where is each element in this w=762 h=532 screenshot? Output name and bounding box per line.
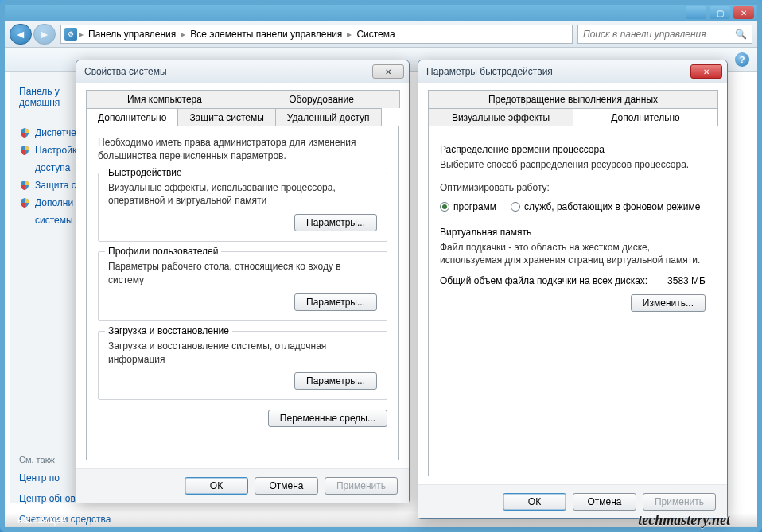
nav-back-button[interactable]: ◄ xyxy=(10,24,32,45)
nav-forward-button[interactable]: ► xyxy=(33,24,56,45)
sysprops-tab-content: Необходимо иметь права администратора дл… xyxy=(86,126,399,460)
tab-perf-advanced[interactable]: Дополнительно xyxy=(573,108,718,126)
chevron-right-icon: ▸ xyxy=(347,29,352,40)
optimize-radios: программ служб, работающих в фоновом реж… xyxy=(440,201,706,212)
vm-text: Файл подкачки - это область на жестком д… xyxy=(440,241,706,268)
scheduling-section: Распределение времени процессора Выберит… xyxy=(440,144,706,212)
tab-protection[interactable]: Защита системы xyxy=(177,108,275,126)
radio-programs[interactable]: программ xyxy=(440,201,496,212)
performance-group: Быстродействие Визуальные эффекты, испол… xyxy=(98,173,387,243)
radio-services[interactable]: служб, работающих в фоновом режиме xyxy=(511,201,700,212)
window-titlebar: — ▢ ✕ xyxy=(5,5,757,21)
perfopts-apply-button[interactable]: Применить xyxy=(643,493,716,511)
minimize-button[interactable]: — xyxy=(686,6,706,19)
sysprops-buttons: ОК Отмена Применить xyxy=(76,468,409,503)
help-icon[interactable]: ? xyxy=(735,52,749,67)
sysprops-ok-button[interactable]: ОК xyxy=(185,477,248,495)
perfopts-close-button[interactable]: ✕ xyxy=(690,64,722,79)
perfopts-cancel-button[interactable]: Отмена xyxy=(573,493,636,511)
scheduling-text: Выберите способ распределения ресурсов п… xyxy=(440,158,706,172)
sysprops-titlebar[interactable]: Свойства системы ✕ xyxy=(76,60,409,83)
perfopts-tab-content: Распределение времени процессора Выберит… xyxy=(428,126,717,476)
env-vars-button[interactable]: Переменные среды... xyxy=(268,410,387,427)
vm-total-row: Общий объем файла подкачки на всех диска… xyxy=(440,275,706,286)
search-icon: 🔍 xyxy=(735,29,747,40)
sysprops-cancel-button[interactable]: Отмена xyxy=(255,477,318,495)
shield-icon xyxy=(19,180,30,191)
tab-visual-effects[interactable]: Визуальные эффекты xyxy=(428,108,573,126)
system-properties-dialog: Свойства системы ✕ Имя компьютера Оборуд… xyxy=(76,60,410,503)
shield-icon xyxy=(19,197,30,208)
startup-settings-button[interactable]: Параметры... xyxy=(294,372,377,390)
startup-group: Загрузка и восстановление Загрузка и вос… xyxy=(98,331,387,401)
breadcrumb-seg-1[interactable]: Панель управления xyxy=(85,29,179,40)
perfopts-titlebar[interactable]: Параметры быстродействия ✕ xyxy=(418,60,727,83)
perfopts-ok-button[interactable]: ОК xyxy=(503,493,566,511)
performance-options-dialog: Параметры быстродействия ✕ Предотвращени… xyxy=(418,60,728,519)
radio-icon xyxy=(511,202,520,212)
performance-settings-button[interactable]: Параметры... xyxy=(294,214,377,231)
shield-icon xyxy=(19,145,30,156)
profiles-text: Параметры рабочего стола, относящиеся ко… xyxy=(108,260,377,287)
sysprops-apply-button[interactable]: Применить xyxy=(325,477,398,495)
profiles-title: Профили пользователей xyxy=(105,246,221,257)
sysprops-title: Свойства системы xyxy=(84,66,167,77)
close-button[interactable]: ✕ xyxy=(733,6,754,19)
profiles-settings-button[interactable]: Параметры... xyxy=(294,293,377,311)
watermark: techmastery.net xyxy=(638,512,730,529)
admin-note: Необходимо иметь права администратора дл… xyxy=(98,136,387,163)
vm-change-button[interactable]: Изменить... xyxy=(631,294,706,312)
tab-remote[interactable]: Удаленный доступ xyxy=(275,108,382,126)
search-box[interactable]: 🔍 xyxy=(577,25,752,44)
search-input[interactable] xyxy=(583,29,732,40)
perfopts-tabs: Предотвращение выполнения данных Визуаль… xyxy=(428,89,717,126)
vm-section: Виртуальная память Файл подкачки - это о… xyxy=(440,227,706,313)
scheduling-head: Распределение времени процессора xyxy=(440,144,706,155)
control-panel-icon: ⚙ xyxy=(64,28,77,41)
shield-icon xyxy=(19,127,30,138)
vm-total-label: Общий объем файла подкачки на всех диска… xyxy=(440,275,647,286)
vm-head: Виртуальная память xyxy=(440,227,706,238)
radio-icon xyxy=(440,202,449,212)
tab-hardware[interactable]: Оборудование xyxy=(243,90,400,108)
startup-text: Загрузка и восстановление системы, отлад… xyxy=(108,340,377,367)
tab-computer-name[interactable]: Имя компьютера xyxy=(86,90,243,108)
maximize-button[interactable]: ▢ xyxy=(710,6,730,19)
startup-title: Загрузка и восстановление xyxy=(105,325,232,336)
perfopts-title: Параметры быстродействия xyxy=(426,66,553,77)
performance-title: Быстродействие xyxy=(105,167,185,178)
chevron-right-icon: ▸ xyxy=(79,29,84,40)
breadcrumb-seg-3[interactable]: Система xyxy=(353,29,398,40)
profiles-group: Профили пользователей Параметры рабочего… xyxy=(98,251,387,321)
breadcrumb[interactable]: ⚙ ▸ Панель управления ▸ Все элементы пан… xyxy=(60,25,573,44)
sysprops-close-button[interactable]: ✕ xyxy=(372,64,404,79)
vm-total-value: 3583 МБ xyxy=(667,275,706,286)
chevron-right-icon: ▸ xyxy=(181,29,185,40)
tab-advanced[interactable]: Дополнительно xyxy=(86,108,178,126)
breadcrumb-seg-2[interactable]: Все элементы панели управления xyxy=(187,29,345,40)
optimize-label: Оптимизировать работу: xyxy=(440,181,706,195)
tab-dep[interactable]: Предотвращение выполнения данных xyxy=(428,90,718,108)
nav-bar: ◄ ► ⚙ ▸ Панель управления ▸ Все элементы… xyxy=(5,21,757,48)
sysprops-tabs: Имя компьютера Оборудование Дополнительн… xyxy=(86,89,399,126)
performance-text: Визуальные эффекты, использование процес… xyxy=(108,181,377,208)
